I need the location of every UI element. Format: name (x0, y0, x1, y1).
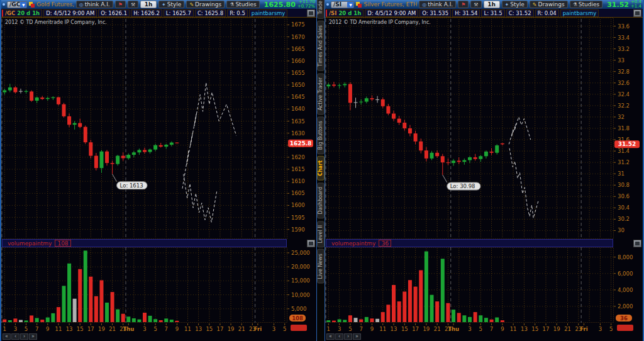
time-axis[interactable]: 1357911131517192123Thu357911131517192123… (3, 323, 307, 332)
current-price-badge: 1625.8 (288, 140, 313, 147)
think-ai-button[interactable]: ◎ think A.I. (419, 1, 456, 8)
svg-text:1620: 1620 (291, 154, 305, 160)
chart-scroll-button-3[interactable]: » (353, 333, 361, 340)
tools-button[interactable]: ⚒ (470, 1, 481, 8)
timeframe-button[interactable]: 1h (140, 1, 157, 8)
svg-text:5: 5 (479, 326, 482, 332)
svg-text:3: 3 (599, 326, 602, 332)
svg-text:19: 19 (228, 326, 235, 332)
svg-text:3: 3 (14, 326, 17, 332)
svg-text:32.6: 32.6 (618, 80, 630, 86)
ohlc-field: C: 1625.8 (195, 9, 226, 17)
tab-trade[interactable]: Trade (317, 0, 325, 19)
style-button[interactable]: ✦ Style (158, 1, 184, 8)
svg-text:7: 7 (490, 326, 493, 332)
svg-text:5: 5 (153, 326, 157, 332)
copyright-text: 2012 © TD Ameritrade IP Company, Inc. (5, 20, 107, 25)
link-color-icon[interactable] (29, 2, 35, 8)
drawings-button[interactable]: ✎ Drawings (186, 1, 225, 8)
flag-button[interactable]: ⚑ (458, 1, 469, 8)
svg-text:15: 15 (77, 326, 84, 332)
svg-text:21: 21 (238, 326, 245, 332)
tab-level-ii[interactable]: Level II (317, 221, 325, 247)
chart-area[interactable]: Lo: 161315901595160016051610161516201625… (1, 18, 316, 341)
svg-text:2,000: 2,000 (618, 303, 633, 310)
time-axis[interactable]: 1357911131517192123Thu357911131517192123… (327, 323, 633, 332)
tab-chart[interactable]: Chart (317, 156, 325, 181)
svg-text:1590: 1590 (291, 226, 305, 233)
svg-text:17: 17 (217, 326, 224, 332)
grid (326, 18, 614, 323)
think-ai-button[interactable]: ◎ think A.I. (76, 1, 113, 8)
chart-scroll-button-3[interactable]: » (29, 333, 37, 340)
chart-scroll-button-0[interactable]: « (3, 333, 11, 340)
time-axis-badge (617, 325, 633, 331)
svg-text:7: 7 (359, 326, 362, 332)
symbol-input[interactable]: /GC ▼ (7, 1, 27, 8)
chart-scroll-button-1[interactable]: ‹ (335, 333, 343, 340)
candlestick-series (326, 82, 504, 175)
flag-button[interactable]: ⚑ (115, 1, 126, 8)
svg-text:Lo: 1613: Lo: 1613 (120, 182, 143, 189)
chevron-down-icon[interactable]: ▼ (347, 2, 353, 8)
studies-button[interactable]: ⚗ Studies (570, 1, 603, 8)
price-axis[interactable]: 3030.230.430.630.83131.231.431.631.83232… (614, 23, 630, 234)
panel-resize-icon[interactable] (633, 9, 641, 17)
svg-text:11: 11 (379, 326, 386, 332)
price-axis[interactable]: 1590159516001605161016151620162516301635… (287, 21, 305, 232)
timeframe-button[interactable]: 1h (484, 1, 500, 8)
svg-text:1655: 1655 (291, 70, 305, 76)
tab-times-and-sales[interactable]: Times And Sales (317, 21, 325, 71)
svg-text:33.2: 33.2 (618, 46, 630, 52)
chart-area[interactable]: Lo: 30.983030.230.430.630.83131.231.431.… (325, 18, 643, 341)
svg-text:17: 17 (412, 326, 419, 332)
price-volume-chart[interactable]: Lo: 161315901595160016051610161516201625… (1, 18, 316, 341)
ohlc-bar: /SI 20 d 1h D: 4/5/12 9:00 AMO: 31.535H:… (325, 9, 643, 18)
volume-axis[interactable]: 2,0004,0006,0008,00036 (614, 254, 633, 321)
svg-text:11: 11 (510, 326, 517, 332)
ohlc-bar: /GC 20 d 1h D: 4/5/12 9:00 AMO: 1626.1H:… (1, 9, 316, 18)
tab-big-buttons[interactable]: Big Buttons (317, 116, 325, 154)
ohlc-field: R: 0.5 (227, 9, 248, 17)
chevron-down-icon[interactable]: ▼ (20, 2, 26, 8)
svg-text:21: 21 (434, 326, 441, 332)
svg-text:6,000: 6,000 (618, 271, 633, 277)
tab-dashboard[interactable]: Dashboard (317, 182, 325, 218)
svg-text:1670: 1670 (291, 34, 305, 40)
chart-scroll-button-2[interactable]: › (20, 333, 28, 340)
drawings-button[interactable]: ✎ Drawings (530, 1, 568, 8)
volume-axis[interactable]: 5,00010,00015,00020,00025,000108 (287, 250, 310, 321)
svg-text:9: 9 (46, 326, 49, 332)
tab-active-trader[interactable]: Active Trader (317, 73, 325, 115)
grid (2, 18, 287, 323)
chart-scroll-button-0[interactable]: « (326, 333, 335, 340)
panel-resize-icon[interactable] (307, 240, 315, 247)
chart-scroll-button-1[interactable]: ‹ (11, 333, 19, 340)
ohlc-fields: D: 4/5/12 9:00 AMO: 1626.1H: 1626.2L: 16… (43, 9, 248, 17)
volume-study-value: 36 (379, 240, 391, 247)
link-color-icon[interactable] (356, 2, 362, 8)
svg-text:3: 3 (338, 326, 341, 332)
svg-text:9: 9 (370, 326, 374, 332)
symbol-description: Gold Futures, ETH (JUN5 12) (36, 1, 74, 8)
ohlc-field: H: 1626.2 (131, 9, 162, 17)
copyright-text: 2012 © TD Ameritrade IP Company, Inc. (329, 20, 431, 25)
gadget-tab-strip: TradeTimes And SalesActive TraderBig But… (316, 0, 325, 341)
tools-button[interactable]: ⚒ (128, 1, 138, 8)
flask-icon: ⚗ (230, 2, 234, 8)
volume-study-label: volumepaintmy (8, 240, 52, 247)
svg-text:1665: 1665 (291, 46, 305, 52)
symbol-input[interactable]: /SI ▼ (331, 1, 354, 8)
style-button[interactable]: ✦ Style (502, 1, 528, 8)
svg-text:31.8: 31.8 (618, 125, 630, 131)
panel-resize-icon[interactable] (307, 9, 315, 17)
studies-button[interactable]: ⚗ Studies (226, 1, 260, 8)
tab-live-news[interactable]: Live News (317, 249, 325, 284)
svg-text:11: 11 (55, 326, 62, 332)
price-volume-chart[interactable]: Lo: 30.983030.230.430.630.83131.231.431.… (325, 18, 643, 341)
svg-text:1: 1 (3, 326, 6, 332)
panel-resize-icon[interactable] (633, 240, 641, 247)
svg-text:1610: 1610 (291, 178, 305, 184)
ohlc-field: L: 1625.7 (164, 9, 194, 17)
chart-scroll-button-2[interactable]: › (344, 333, 352, 340)
